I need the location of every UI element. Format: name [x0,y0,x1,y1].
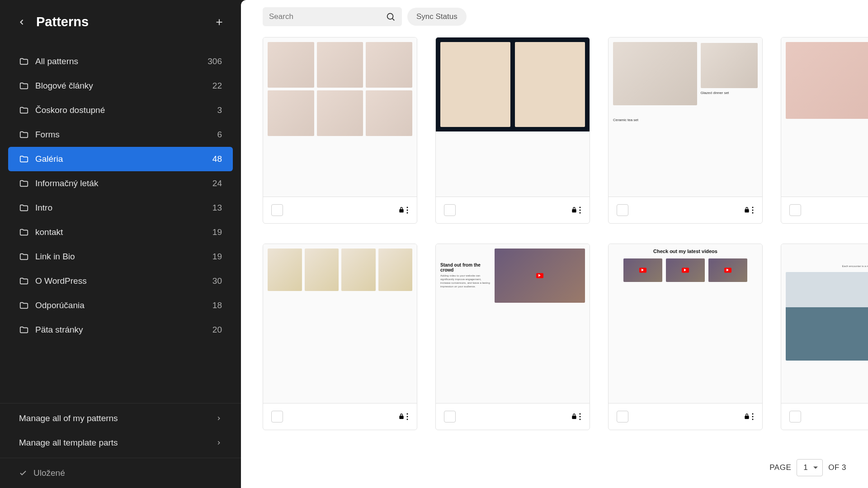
card-actions[interactable] [743,206,754,214]
card-checkbox[interactable] [444,204,456,216]
pattern-card[interactable] [435,37,590,224]
sidebar-item-intro[interactable]: Intro 13 [8,196,233,220]
folder-count: 22 [212,81,222,91]
manage-section: Manage all of my patterns Manage all tem… [0,403,241,458]
pattern-preview [781,38,868,197]
pattern-card[interactable] [263,37,417,224]
pattern-preview: Glazed dinner set Ceramic tea set [609,38,762,197]
pattern-preview [263,38,417,197]
preview-paragraph: Adding video to your website can signifi… [440,274,490,288]
preview-heading: Check out my latest videos [653,249,717,254]
card-actions[interactable] [571,206,581,214]
pattern-card[interactable]: Check out my latest videos [608,244,763,430]
sidebar-item-kontakt[interactable]: kontakt 19 [8,220,233,244]
card-footer [263,197,417,223]
svg-line-3 [392,19,394,20]
saved-section: Uložené [0,458,241,488]
lock-icon [571,413,578,420]
search-input[interactable] [269,12,381,21]
chevron-right-icon [216,415,222,422]
sync-status-button[interactable]: Sync Status [407,8,467,26]
svg-point-19 [580,413,581,415]
svg-point-18 [407,419,408,420]
folder-icon [19,300,29,310]
svg-point-11 [752,210,754,211]
card-checkbox[interactable] [617,411,628,422]
sidebar-item-pata-stranky[interactable]: Päta stránky 20 [8,318,233,342]
main-panel: Sync Status [241,0,868,488]
manage-all-patterns[interactable]: Manage all of my patterns [8,406,233,431]
sidebar-item-all-patterns[interactable]: All patterns 306 [8,49,233,74]
card-footer [781,403,868,430]
card-actions[interactable] [571,413,581,420]
folder-count: 6 [217,130,222,140]
saved-status: Uložené [19,468,222,478]
card-footer [609,403,762,430]
folder-icon [19,81,29,91]
more-icon [406,206,409,214]
page-of-label: OF 3 [828,463,846,472]
svg-point-17 [407,416,408,418]
pattern-card[interactable] [781,37,868,224]
folder-list: All patterns 306 Blogové články 22 Čosko… [0,42,241,399]
folder-icon [19,56,29,66]
folder-label: Link in Bio [35,252,206,262]
folder-count: 30 [212,276,222,286]
manage-all-template-parts[interactable]: Manage all template parts [8,431,233,455]
card-checkbox[interactable] [789,204,801,216]
svg-point-4 [407,207,408,208]
pattern-preview: Check out my latest videos [609,244,762,403]
play-icon [724,268,731,273]
play-icon [682,268,689,273]
check-icon [19,469,27,477]
folder-count: 306 [208,56,222,66]
pagination: PAGE 1 OF 3 [241,451,868,488]
folder-label: Blogové články [35,81,206,91]
more-icon [751,413,754,420]
sidebar-item-forms[interactable]: Forms 6 [8,122,233,147]
pattern-card[interactable] [263,244,417,430]
sidebar-item-informacny-letak[interactable]: Informačný leták 24 [8,171,233,196]
sidebar-item-odporucania[interactable]: Odporúčania 18 [8,293,233,318]
plus-icon [214,17,224,27]
more-icon [751,206,754,214]
sidebar-title: Patterns [36,14,205,29]
card-checkbox[interactable] [617,204,628,216]
sidebar-item-blogove-clanky[interactable]: Blogové články 22 [8,74,233,98]
card-checkbox[interactable] [789,411,801,422]
folder-count: 20 [212,325,222,335]
preview-paragraph: Each encounter is a reminder of a vast a… [786,265,868,267]
folder-count: 19 [212,252,222,262]
page-select[interactable]: 1 [797,459,823,476]
pattern-card[interactable]: Glazed dinner set Ceramic tea set [608,37,763,224]
lock-icon [743,413,750,420]
add-pattern-button[interactable] [212,15,226,29]
manage-label: Manage all of my patterns [19,413,209,423]
folder-label: kontakt [35,227,206,237]
sidebar-item-o-wordpress[interactable]: O WordPress 30 [8,269,233,293]
pattern-grid: Glazed dinner set Ceramic tea set [241,33,868,451]
card-checkbox[interactable] [271,204,283,216]
card-checkbox[interactable] [271,411,283,422]
svg-point-5 [407,210,408,211]
folder-count: 3 [217,105,222,115]
pattern-card[interactable]: Featured Make your ma Each encounter is … [781,244,868,430]
play-icon [639,268,646,273]
folder-icon [19,178,29,188]
card-checkbox[interactable] [444,411,456,422]
preview-heading: Make your ma [786,254,868,262]
pattern-card[interactable]: Stand out from the crowd Adding video to… [435,244,590,430]
pattern-preview [263,244,417,403]
sidebar-item-galeria[interactable]: Galéria 48 [8,147,233,171]
sidebar-item-coskoro-dostupne[interactable]: Čoskoro dostupné 3 [8,98,233,122]
back-button[interactable] [14,15,29,29]
card-actions[interactable] [398,206,409,214]
saved-label: Uložené [33,468,65,478]
search-box[interactable] [263,7,402,26]
folder-icon [19,105,29,115]
sidebar-item-link-in-bio[interactable]: Link in Bio 19 [8,244,233,269]
card-actions[interactable] [398,413,409,420]
svg-point-9 [580,212,581,214]
card-actions[interactable] [743,413,754,420]
folder-label: O WordPress [35,276,206,286]
